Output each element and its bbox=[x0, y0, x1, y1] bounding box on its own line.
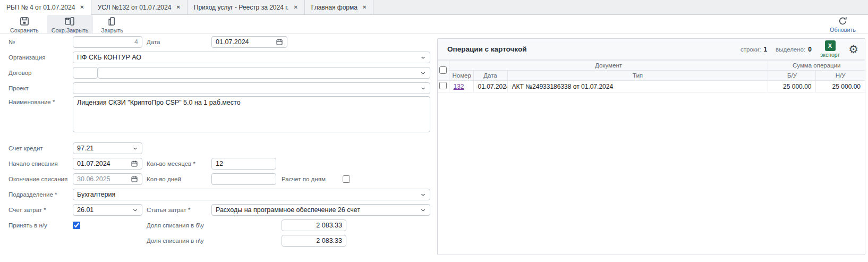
chevron-down-icon bbox=[132, 207, 138, 213]
document-number-cell: 132 bbox=[449, 81, 473, 92]
months-input[interactable] bbox=[211, 158, 276, 170]
org-value: ПФ СКБ КОНТУР АО bbox=[77, 54, 141, 61]
calendar-icon bbox=[131, 175, 138, 183]
app-window: РБП № 4 от 01.07.2024 ✕ УСЛ №132 от 01.0… bbox=[0, 0, 868, 262]
tab-bar: РБП № 4 от 01.07.2024 ✕ УСЛ №132 от 01.0… bbox=[0, 0, 868, 15]
label-no: № bbox=[8, 36, 15, 48]
credit-account-select[interactable]: 97.21 bbox=[73, 142, 142, 154]
rows-value: 1 bbox=[763, 46, 767, 53]
calendar-icon bbox=[131, 160, 138, 167]
close-button[interactable]: Закрыть bbox=[96, 15, 128, 34]
save-close-label: Сохр.Закрыть bbox=[52, 27, 89, 33]
date-value: 01.07.2024 bbox=[216, 38, 249, 46]
floppy-door-icon bbox=[64, 16, 75, 27]
no-input[interactable] bbox=[73, 36, 142, 48]
close-icon[interactable]: ✕ bbox=[80, 5, 84, 10]
col-header-bu: Б/У bbox=[768, 71, 816, 81]
accept-nu-checkbox[interactable] bbox=[73, 222, 80, 229]
chevron-down-icon bbox=[420, 207, 426, 213]
export-excel-button[interactable]: X экспорт bbox=[820, 40, 840, 58]
operations-panel: Операции с карточкой строки: 1 выделено:… bbox=[437, 38, 865, 255]
row-checkbox[interactable] bbox=[439, 82, 447, 89]
tab-label: Приход услуг - Реестр за 2024 г. bbox=[194, 4, 289, 11]
name-textarea[interactable]: Лицензия СКЗИ "КриптоПро CSP" 5.0 на 1 р… bbox=[73, 96, 430, 132]
tab-rbp[interactable]: РБП № 4 от 01.07.2024 ✕ bbox=[0, 0, 91, 15]
chevron-down-icon bbox=[420, 55, 426, 61]
col-header-type: Тип bbox=[507, 71, 768, 81]
close-icon[interactable]: ✕ bbox=[362, 5, 367, 10]
cost-item-select[interactable]: Расходы на программное обеспечение 26 сч… bbox=[211, 204, 430, 216]
save-button[interactable]: Сохранить bbox=[5, 15, 44, 34]
contract-select[interactable] bbox=[98, 67, 430, 79]
label-cost-account: Счет затрат * bbox=[8, 204, 46, 216]
tab-glavnaya-forma[interactable]: Главная форма ✕ bbox=[305, 0, 374, 14]
selected-label: выделено: bbox=[776, 46, 805, 53]
chevron-down-icon bbox=[132, 146, 138, 151]
label-cost-item: Статья затрат * bbox=[147, 204, 190, 216]
gear-icon[interactable]: ⚙ bbox=[848, 44, 858, 55]
select-all-checkbox[interactable] bbox=[439, 66, 447, 74]
selected-value: 0 bbox=[808, 46, 812, 53]
project-select[interactable] bbox=[73, 82, 430, 94]
sum-nu-cell: 25 000.00 bbox=[816, 81, 865, 92]
col-header-date: Дата bbox=[473, 71, 507, 81]
toolbar: Сохранить Сохр.Закрыть Закрыть bbox=[0, 15, 868, 34]
table-row[interactable]: 132 01.07.2024 АКТ №24933186338 от 01.07… bbox=[438, 81, 865, 92]
col-header-number: Номер bbox=[449, 71, 473, 81]
save-label: Сохранить bbox=[10, 27, 39, 33]
chevron-down-icon bbox=[420, 192, 426, 198]
group-header-sum: Сумма операции bbox=[768, 61, 865, 71]
label-credit-account: Счет кредит bbox=[8, 142, 43, 154]
date-field[interactable]: 01.07.2024 bbox=[211, 36, 287, 48]
refresh-button[interactable]: Обновить bbox=[825, 15, 861, 33]
label-days: Кол-во дней bbox=[147, 173, 181, 185]
cost-account-select[interactable]: 26.01 bbox=[73, 204, 142, 216]
label-name: Наименование * bbox=[8, 96, 55, 108]
label-date: Дата bbox=[147, 36, 160, 48]
row-checkbox-cell bbox=[438, 81, 449, 92]
credit-account-value: 97.21 bbox=[77, 145, 93, 152]
label-org: Организация bbox=[8, 52, 45, 63]
close-icon[interactable]: ✕ bbox=[293, 5, 297, 10]
start-date-value: 01.07.2024 bbox=[77, 160, 110, 167]
rows-label: строки: bbox=[741, 46, 761, 53]
label-contract: Договор bbox=[8, 67, 31, 79]
door-icon bbox=[107, 16, 117, 27]
days-input[interactable] bbox=[211, 173, 276, 185]
label-months: Кол-во месяцев * bbox=[147, 158, 195, 170]
cost-item-value: Расходы на программное обеспечение 26 сч… bbox=[216, 206, 360, 214]
toolbar-left-group: Сохранить Сохр.Закрыть Закрыть bbox=[5, 15, 128, 34]
label-end-date: Окончание списания bbox=[8, 173, 67, 185]
document-number-link[interactable]: 132 bbox=[454, 83, 464, 90]
refresh-label: Обновить bbox=[830, 27, 856, 33]
chevron-down-icon bbox=[420, 86, 426, 91]
tab-usl[interactable]: УСЛ №132 от 01.07.2024 ✕ bbox=[91, 0, 188, 14]
end-date-value: 30.06.2025 bbox=[77, 175, 110, 183]
label-department: Подразделение * bbox=[8, 189, 57, 200]
tab-prihod-uslug[interactable]: Приход услуг - Реестр за 2024 г. ✕ bbox=[188, 0, 305, 14]
tab-label: Главная форма bbox=[311, 4, 358, 11]
document-date-cell: 01.07.2024 bbox=[473, 81, 507, 92]
tab-label: УСЛ №132 от 01.07.2024 bbox=[98, 4, 172, 11]
panel-header: Операции с карточкой строки: 1 выделено:… bbox=[438, 39, 865, 60]
tab-label: РБП № 4 от 01.07.2024 bbox=[6, 4, 75, 11]
excel-icon: X bbox=[825, 40, 836, 51]
share-bu-input[interactable] bbox=[282, 219, 346, 231]
contract-code-input[interactable] bbox=[73, 67, 98, 79]
calc-by-days-checkbox[interactable] bbox=[343, 175, 350, 183]
save-close-button[interactable]: Сохр.Закрыть bbox=[47, 15, 93, 34]
document-type-cell: АКТ №24933186338 от 01.07.2024 bbox=[507, 81, 768, 92]
org-select[interactable]: ПФ СКБ КОНТУР АО bbox=[73, 52, 430, 63]
share-nu-input[interactable] bbox=[282, 235, 346, 247]
chevron-down-icon bbox=[420, 70, 426, 76]
label-share-bu: Доля списания в б\у bbox=[147, 219, 204, 231]
label-share-nu: Доля списания в н\у bbox=[147, 235, 204, 247]
close-label: Закрыть bbox=[101, 27, 123, 33]
refresh-icon bbox=[838, 16, 848, 26]
operations-table: Документ Сумма операции Номер Дата Тип Б… bbox=[438, 60, 865, 92]
close-icon[interactable]: ✕ bbox=[176, 5, 180, 10]
start-date-field[interactable]: 01.07.2024 bbox=[73, 158, 142, 170]
cost-account-value: 26.01 bbox=[77, 206, 93, 214]
department-select[interactable]: Бухгалтерия bbox=[73, 189, 430, 200]
end-date-field[interactable]: 30.06.2025 bbox=[73, 173, 142, 185]
